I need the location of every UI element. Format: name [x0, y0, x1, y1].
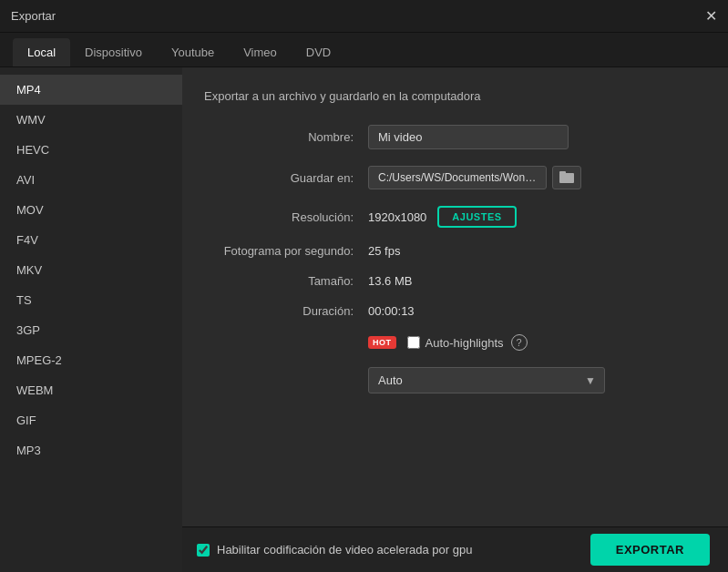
content-inner: Exportar a un archivo y guardarlo en la …	[182, 67, 728, 526]
auto-highlights-checkbox[interactable]	[407, 336, 420, 349]
content-description: Exportar a un archivo y guardarlo en la …	[204, 89, 699, 103]
folder-browse-button[interactable]	[552, 166, 581, 189]
sidebar-item-f4v[interactable]: F4V	[0, 225, 182, 255]
duracion-label: Duración:	[204, 304, 368, 318]
resolution-value: 1920x1080	[368, 210, 426, 224]
main-layout: MP4 WMV HEVC AVI MOV F4V MKV TS 3GP MPEG…	[0, 67, 728, 572]
sidebar-item-mp4[interactable]: MP4	[0, 75, 182, 105]
duracion-row: Duración: 00:00:13	[204, 304, 699, 318]
sidebar-item-mov[interactable]: MOV	[0, 195, 182, 225]
duracion-value: 00:00:13	[368, 304, 415, 318]
tamano-value: 13.6 MB	[368, 274, 412, 288]
tab-youtube[interactable]: Youtube	[157, 38, 229, 66]
svg-rect-1	[559, 171, 566, 174]
fotograma-label: Fotograma por segundo:	[204, 244, 368, 258]
tab-vimeo[interactable]: Vimeo	[229, 38, 292, 66]
folder-row: C:/Users/WS/Documents/Wonders	[368, 166, 581, 189]
help-icon[interactable]: ?	[511, 334, 528, 351]
sidebar-item-mpeg2[interactable]: MPEG-2	[0, 345, 182, 375]
guardar-row: Guardar en: C:/Users/WS/Documents/Wonder…	[204, 166, 699, 189]
bottom-bar: Habilitar codificación de video acelerad…	[182, 526, 728, 572]
dropdown-wrapper: Auto Alta Media Baja ▼	[368, 367, 605, 393]
sidebar-item-gif[interactable]: GIF	[0, 405, 182, 435]
tamano-label: Tamaño:	[204, 274, 368, 288]
sidebar: MP4 WMV HEVC AVI MOV F4V MKV TS 3GP MPEG…	[0, 67, 182, 572]
guardar-label: Guardar en:	[204, 171, 368, 185]
title-bar: Exportar ✕	[0, 0, 728, 33]
resolution-row: 1920x1080 AJUSTES	[368, 206, 517, 228]
tab-local[interactable]: Local	[13, 38, 70, 66]
export-button[interactable]: EXPORTAR	[590, 534, 710, 566]
ajustes-button[interactable]: AJUSTES	[437, 206, 516, 228]
gpu-label-text: Habilitar codificación de video acelerad…	[217, 543, 472, 557]
sidebar-item-wmv[interactable]: WMV	[0, 105, 182, 135]
sidebar-item-ts[interactable]: TS	[0, 285, 182, 315]
tab-dispositivo[interactable]: Dispositivo	[70, 38, 157, 66]
highlights-row: HOT Auto-highlights ?	[368, 334, 528, 351]
tamano-row: Tamaño: 13.6 MB	[204, 274, 699, 288]
gpu-checkbox[interactable]	[197, 544, 210, 557]
fotograma-row: Fotograma por segundo: 25 fps	[204, 244, 699, 258]
sidebar-item-avi[interactable]: AVI	[0, 165, 182, 195]
tab-dvd[interactable]: DVD	[292, 38, 345, 66]
auto-highlights-row: HOT Auto-highlights ?	[204, 334, 699, 351]
folder-path: C:/Users/WS/Documents/Wonders	[368, 166, 547, 189]
nombre-label: Nombre:	[204, 130, 368, 144]
fotograma-value: 25 fps	[368, 244, 400, 258]
window-title: Exportar	[11, 9, 56, 23]
nombre-input[interactable]	[368, 125, 569, 149]
svg-rect-0	[559, 173, 574, 183]
tab-bar: Local Dispositivo Youtube Vimeo DVD	[0, 33, 728, 67]
dropdown-row: Auto Alta Media Baja ▼	[204, 367, 699, 393]
sidebar-item-3gp[interactable]: 3GP	[0, 315, 182, 345]
sidebar-item-mp3[interactable]: MP3	[0, 435, 182, 465]
quality-dropdown[interactable]: Auto Alta Media Baja	[368, 367, 605, 393]
sidebar-item-hevc[interactable]: HEVC	[0, 135, 182, 165]
close-button[interactable]: ✕	[705, 9, 717, 24]
sidebar-item-mkv[interactable]: MKV	[0, 255, 182, 285]
content-area: Exportar a un archivo y guardarlo en la …	[182, 67, 728, 572]
auto-highlights-text: Auto-highlights	[426, 336, 504, 350]
auto-highlights-label[interactable]: Auto-highlights	[407, 336, 504, 350]
hot-badge: HOT	[368, 336, 396, 349]
resolucion-label: Resolución:	[204, 210, 368, 224]
sidebar-item-webm[interactable]: WEBM	[0, 375, 182, 405]
resolucion-row: Resolución: 1920x1080 AJUSTES	[204, 206, 699, 228]
nombre-row: Nombre:	[204, 125, 699, 149]
gpu-checkbox-label[interactable]: Habilitar codificación de video acelerad…	[197, 543, 472, 557]
